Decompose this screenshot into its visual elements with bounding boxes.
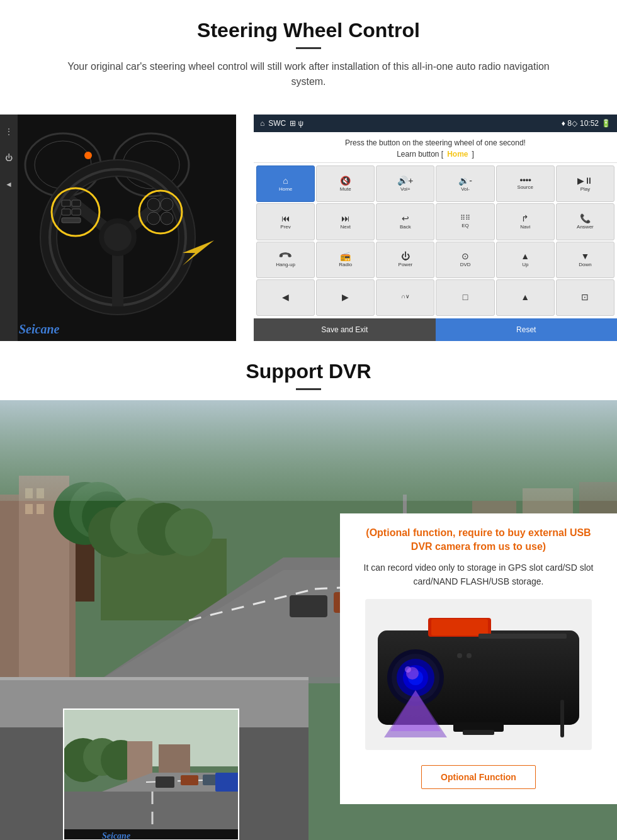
svg-rect-87 bbox=[431, 619, 488, 636]
swc-btn-down[interactable]: ▼ Down bbox=[556, 242, 614, 278]
svg-rect-58 bbox=[0, 400, 617, 501]
dvr-thumbnail-svg: Seicane bbox=[64, 710, 239, 840]
swc-btn-power[interactable]: ⏻ Power bbox=[376, 242, 434, 278]
topbar-battery: 🔋 bbox=[601, 119, 611, 128]
next-label: Next bbox=[341, 224, 351, 230]
mute-icon: 🔇 bbox=[340, 176, 351, 185]
prev-icon: ⏮ bbox=[281, 214, 290, 223]
swc-btn-eq[interactable]: ⠿⠿ EQ bbox=[436, 203, 494, 240]
radio-label: Radio bbox=[339, 262, 352, 267]
topbar-app-label: SWC bbox=[268, 119, 286, 128]
swc-btn-mute[interactable]: 🔇 Mute bbox=[316, 165, 375, 202]
swc-btn-volup[interactable]: 🔊+ Vol+ bbox=[376, 165, 434, 202]
dvr-section: Support DVR bbox=[0, 360, 617, 840]
swc-btn-source[interactable]: ●●●● Source bbox=[496, 165, 555, 202]
steering-wheel-svg: Seicane bbox=[0, 115, 236, 341]
svg-rect-33 bbox=[37, 504, 44, 514]
vertical-sidebar: ⋮ ⏻ ◄ bbox=[0, 115, 18, 341]
topbar-signal: ♦ 8◇ bbox=[562, 119, 577, 128]
swc-btn-answer[interactable]: 📞 Answer bbox=[556, 203, 614, 240]
topbar-right: ♦ 8◇ 10:52 🔋 bbox=[562, 119, 611, 128]
eq-label: EQ bbox=[461, 223, 469, 228]
swc-btn-r4-4[interactable]: □ bbox=[436, 279, 494, 316]
power-icon: ⏻ bbox=[401, 252, 410, 260]
swc-btn-r4-3[interactable]: ∩∨ bbox=[376, 279, 434, 316]
answer-icon: 📞 bbox=[580, 214, 591, 223]
swc-btn-r4-1[interactable]: ◀ bbox=[256, 279, 315, 316]
dvr-image-area: Seicane (Optional function, require to b… bbox=[0, 400, 617, 840]
dvr-info-title: (Optional function, require to buy exter… bbox=[355, 526, 602, 554]
next-icon: ⏭ bbox=[341, 214, 350, 223]
swc-divider bbox=[296, 47, 321, 49]
r4-2-icon: ▶ bbox=[342, 293, 349, 301]
home-icon-small: ⌂ bbox=[260, 119, 264, 128]
swc-btn-home[interactable]: ⌂ Home bbox=[256, 165, 315, 202]
svg-text:Seicane: Seicane bbox=[19, 322, 60, 336]
topbar-icons: ⊞ ψ bbox=[290, 119, 303, 128]
dvr-info-text: It can record video only to storage in G… bbox=[355, 561, 602, 589]
r4-4-icon: □ bbox=[463, 293, 468, 301]
voldown-icon: 🔉- bbox=[458, 176, 472, 185]
voldown-label: Vol- bbox=[461, 186, 470, 192]
navi-icon: ↱ bbox=[521, 214, 529, 223]
dvr-thumbnail: Seicane bbox=[63, 708, 239, 840]
swc-btn-prev[interactable]: ⏮ Prev bbox=[256, 203, 315, 240]
svg-point-24 bbox=[161, 212, 173, 225]
home-icon: ⌂ bbox=[283, 176, 288, 185]
hangup-icon: 📞 bbox=[279, 249, 293, 263]
swc-section: Steering Wheel Control Your original car… bbox=[0, 0, 617, 115]
swc-learn-row: Learn button [ Home ] bbox=[264, 150, 607, 159]
dvr-camera-svg bbox=[365, 599, 592, 750]
eq-icon: ⠿⠿ bbox=[460, 215, 470, 221]
swc-btn-r4-2[interactable]: ▶ bbox=[316, 279, 375, 316]
power-label: Power bbox=[399, 262, 413, 267]
swc-btn-play[interactable]: ▶⏸ Play bbox=[556, 165, 614, 202]
prev-label: Prev bbox=[280, 224, 290, 230]
reset-button[interactable]: Reset bbox=[436, 318, 618, 341]
svg-rect-19 bbox=[72, 209, 81, 215]
optional-badge: Optional Function bbox=[421, 765, 536, 789]
play-label: Play bbox=[580, 186, 591, 192]
swc-instruction-text: Press the button on the steering wheel o… bbox=[264, 138, 607, 147]
optional-badge-container: Optional Function bbox=[355, 755, 602, 789]
save-exit-button[interactable]: Save and Exit bbox=[254, 318, 436, 341]
sidebar-menu-icon: ⋮ bbox=[5, 127, 13, 136]
swc-ui-panel: ⌂ SWC ⊞ ψ ♦ 8◇ 10:52 🔋 Press the button … bbox=[236, 115, 617, 341]
swc-subtitle: Your original car's steering wheel contr… bbox=[57, 59, 560, 89]
svg-rect-17 bbox=[72, 200, 81, 206]
swc-btn-r4-5[interactable]: ▲ bbox=[496, 279, 555, 316]
swc-btn-next[interactable]: ⏭ Next bbox=[316, 203, 375, 240]
swc-ui-inner: ⌂ SWC ⊞ ψ ♦ 8◇ 10:52 🔋 Press the button … bbox=[254, 115, 617, 341]
svg-point-21 bbox=[147, 198, 160, 211]
svg-rect-18 bbox=[62, 209, 71, 215]
swc-steering-photo: Seicane bbox=[0, 115, 236, 341]
android-topbar: ⌂ SWC ⊞ ψ ♦ 8◇ 10:52 🔋 bbox=[254, 115, 617, 132]
navi-label: Navi bbox=[520, 224, 530, 230]
svg-point-13 bbox=[104, 223, 132, 251]
svg-rect-47 bbox=[290, 595, 327, 617]
topbar-time: 10:52 bbox=[580, 119, 599, 128]
svg-point-94 bbox=[405, 666, 411, 673]
play-icon: ▶⏸ bbox=[577, 176, 593, 185]
swc-btn-back[interactable]: ↩ Back bbox=[376, 203, 434, 240]
sidebar-vol-icon: ◄ bbox=[5, 180, 13, 189]
swc-btn-dvd[interactable]: ⊙ DVD bbox=[436, 242, 494, 278]
svg-rect-20 bbox=[62, 218, 81, 223]
learn-prefix: Learn button [ bbox=[397, 150, 443, 159]
up-icon: ▲ bbox=[521, 252, 529, 260]
svg-point-5 bbox=[84, 152, 92, 159]
radio-icon: 📻 bbox=[340, 252, 351, 260]
swc-btn-navi[interactable]: ↱ Navi bbox=[496, 203, 555, 240]
svg-text:Seicane: Seicane bbox=[102, 831, 130, 840]
swc-btn-r4-6[interactable]: ⊡ bbox=[556, 279, 614, 316]
svg-point-42 bbox=[165, 508, 213, 556]
dvr-info-card: (Optional function, require to buy exter… bbox=[340, 513, 617, 804]
swc-btn-radio[interactable]: 📻 Radio bbox=[316, 242, 375, 278]
svg-rect-99 bbox=[478, 634, 567, 639]
svg-rect-75 bbox=[156, 776, 174, 788]
dvr-camera-container bbox=[365, 599, 592, 750]
swc-btn-hangup[interactable]: 📞 Hang-up bbox=[256, 242, 315, 278]
swc-btn-up[interactable]: ▲ Up bbox=[496, 242, 555, 278]
sidebar-power-icon: ⏻ bbox=[5, 154, 13, 162]
swc-btn-voldown[interactable]: 🔉- Vol- bbox=[436, 165, 494, 202]
